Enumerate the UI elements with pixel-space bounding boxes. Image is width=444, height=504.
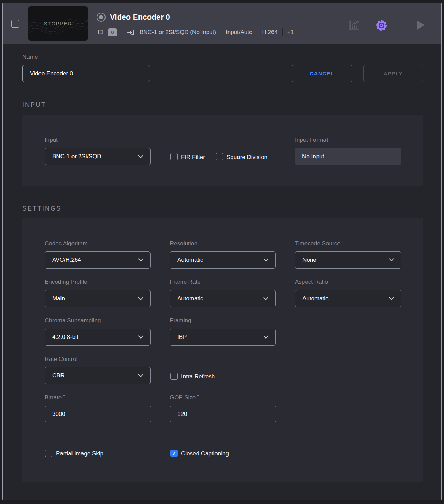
input-select-value: BNC-1 or 2SI/SQD <box>52 153 101 160</box>
bitrate-input[interactable] <box>45 406 151 422</box>
frame-rate-select[interactable]: Automatic <box>170 290 276 307</box>
encoder-header: STOPPED Video Encoder 0 ID 0 BNC-1 or 2S… <box>3 3 441 44</box>
input-format-value: No Input <box>295 148 401 165</box>
cancel-button[interactable]: CANCEL <box>292 65 352 82</box>
bitrate-label-text: Bitrate <box>45 394 62 401</box>
id-label: ID <box>98 29 103 36</box>
meta-more-count: +1 <box>287 29 294 36</box>
rate-control-label: Rate Control <box>45 356 77 363</box>
settings-section-title: SETTINGS <box>22 205 62 212</box>
square-division-checkbox[interactable] <box>216 153 223 160</box>
intra-refresh-label: Intra Refresh <box>181 373 215 380</box>
chevron-down-icon <box>389 258 394 262</box>
chevron-down-icon <box>263 258 268 262</box>
input-select[interactable]: BNC-1 or 2SI/SQD <box>45 148 151 165</box>
rate-control-select[interactable]: CBR <box>45 367 151 384</box>
gop-size-label: GOP Size <box>170 394 199 401</box>
frame-rate-label: Frame Rate <box>170 279 201 286</box>
closed-captioning-label: Closed Captioning <box>181 450 229 457</box>
input-source-icon <box>127 29 135 36</box>
frame-rate-value: Automatic <box>177 295 203 302</box>
name-label: Name <box>22 54 38 61</box>
timecode-source-select[interactable]: None <box>295 251 401 269</box>
resolution-select[interactable]: Automatic <box>170 251 276 269</box>
encoder-card: STOPPED Video Encoder 0 ID 0 BNC-1 or 2S… <box>2 3 442 500</box>
input-panel: Input BNC-1 or 2SI/SQD FIR Filter Square… <box>22 115 423 186</box>
chevron-down-icon <box>138 155 143 158</box>
meta-codec: H.264 <box>262 29 277 36</box>
chevron-down-icon <box>263 297 268 300</box>
meta-input-mode: Input/Auto <box>226 29 253 36</box>
chroma-subsampling-value: 4:2:0 8-bit <box>52 334 78 341</box>
header-divider <box>401 14 401 36</box>
separator <box>122 28 122 36</box>
timecode-source-value: None <box>302 257 317 264</box>
play-button-icon[interactable] <box>416 20 425 30</box>
stopped-status-icon <box>96 12 106 22</box>
stats-chart-icon[interactable] <box>348 19 360 32</box>
chevron-down-icon <box>138 258 143 262</box>
chevron-down-icon <box>138 374 143 377</box>
aspect-ratio-label: Aspect Ratio <box>295 279 328 286</box>
encoding-profile-value: Main <box>52 295 65 302</box>
encoding-profile-label: Encoding Profile <box>45 279 87 286</box>
chevron-down-icon <box>389 297 394 300</box>
partial-image-skip-label: Partial Image Skip <box>56 450 103 457</box>
encoder-title: Video Encoder 0 <box>110 13 170 22</box>
id-badge: 0 <box>108 28 117 36</box>
square-division-label: Square Division <box>226 154 267 161</box>
aspect-ratio-value: Automatic <box>302 295 329 302</box>
meta-source: BNC-1 or 2SI/SQD (No Input) <box>140 29 216 36</box>
codec-algorithm-label: Codec Algorithm <box>45 240 88 247</box>
intra-refresh-checkbox[interactable] <box>170 373 178 380</box>
required-dot <box>63 395 65 396</box>
encoder-meta: ID 0 BNC-1 or 2SI/SQD (No Input) Input/A… <box>98 28 294 37</box>
input-format-text: No Input <box>302 153 324 160</box>
framing-select[interactable]: IBP <box>170 329 276 346</box>
chevron-down-icon <box>138 335 143 339</box>
chevron-down-icon <box>263 335 268 339</box>
framing-value: IBP <box>177 334 187 341</box>
rate-control-value: CBR <box>52 372 65 379</box>
encoding-profile-select[interactable]: Main <box>45 290 151 307</box>
separator <box>221 28 221 36</box>
framing-label: Framing <box>170 317 191 324</box>
closed-captioning-checkbox[interactable] <box>170 450 178 457</box>
encoder-status-text: STOPPED <box>44 21 72 26</box>
chroma-subsampling-label: Chroma Subsampling <box>45 317 101 324</box>
bitrate-label: Bitrate <box>45 394 65 401</box>
fir-filter-label: FIR Filter <box>181 154 205 161</box>
separator <box>257 28 257 36</box>
input-label: Input <box>45 137 58 143</box>
timecode-source-label: Timecode Source <box>295 240 341 247</box>
chroma-subsampling-select[interactable]: 4:2:0 8-bit <box>45 329 151 346</box>
apply-button[interactable]: APPLY <box>363 65 423 82</box>
select-encoder-checkbox[interactable] <box>11 20 19 28</box>
partial-image-skip-checkbox[interactable] <box>45 450 52 457</box>
separator <box>282 28 283 36</box>
name-input[interactable] <box>22 65 150 82</box>
settings-panel: Codec Algorithm AVC/H.264 Resolution Aut… <box>22 218 423 482</box>
resolution-value: Automatic <box>177 257 203 264</box>
codec-algorithm-value: AVC/H.264 <box>52 257 81 264</box>
gop-size-input[interactable] <box>170 406 276 422</box>
fir-filter-checkbox[interactable] <box>170 153 178 160</box>
chevron-down-icon <box>138 297 143 300</box>
gop-size-label-text: GOP Size <box>170 394 196 401</box>
codec-algorithm-select[interactable]: AVC/H.264 <box>45 251 151 269</box>
input-format-label: Input Format <box>295 137 328 143</box>
resolution-label: Resolution <box>170 240 197 247</box>
input-section-title: INPUT <box>22 101 46 108</box>
required-dot <box>197 395 199 396</box>
preview-thumbnail: STOPPED <box>28 6 88 41</box>
settings-gear-icon[interactable] <box>375 19 388 32</box>
aspect-ratio-select[interactable]: Automatic <box>295 290 401 307</box>
